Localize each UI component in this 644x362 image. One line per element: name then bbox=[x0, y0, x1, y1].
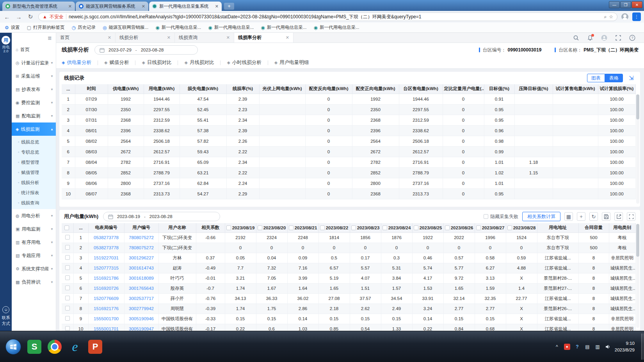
zoom-icon[interactable]: ⌕ bbox=[604, 14, 607, 20]
profile-avatar[interactable] bbox=[621, 13, 628, 20]
checkbox[interactable] bbox=[226, 225, 231, 230]
forward-button[interactable]: → bbox=[15, 14, 23, 20]
sidebar-item[interactable]: ▦配电监测▼ bbox=[12, 109, 56, 122]
tray-volume-icon[interactable] bbox=[605, 344, 611, 350]
search-icon[interactable] bbox=[573, 35, 579, 41]
start-button[interactable] bbox=[5, 339, 21, 355]
subtab-3[interactable]: ◈日线损对比 bbox=[142, 59, 171, 66]
submenu-item[interactable]: ▫线损总览 bbox=[12, 137, 56, 147]
row-checkbox[interactable] bbox=[65, 235, 70, 240]
refresh-icon[interactable]: ↻ bbox=[589, 212, 598, 221]
workspace-tab[interactable]: 首页✕ bbox=[56, 33, 116, 43]
table-view-button[interactable]: 表格 bbox=[605, 74, 623, 82]
id-link-cell[interactable]: 3002779942 bbox=[124, 303, 158, 314]
sidebar-item[interactable]: ▣用电监测▼ bbox=[12, 222, 56, 236]
tab-close-icon[interactable]: ✕ bbox=[215, 4, 219, 9]
id-link-cell[interactable]: 1516921776 bbox=[88, 303, 124, 314]
checkbox[interactable] bbox=[320, 225, 325, 230]
bookmark-item[interactable]: ◉新一代用电信息采... bbox=[208, 25, 254, 30]
bookmark-item[interactable]: ◷历史记录 bbox=[72, 25, 96, 30]
submenu-item[interactable]: ▫统计报表 bbox=[12, 188, 56, 198]
sidebar-item[interactable]: ◍用电分析▼ bbox=[12, 209, 56, 222]
taskbar-powerpoint-icon[interactable]: P bbox=[85, 335, 105, 359]
show-desktop-button[interactable] bbox=[641, 334, 644, 360]
checkbox[interactable] bbox=[507, 225, 512, 230]
id-link-cell[interactable]: 1519227031 bbox=[88, 253, 124, 263]
maximize-button[interactable]: ❐ bbox=[620, 1, 631, 8]
export-icon[interactable] bbox=[614, 212, 623, 221]
column-settings-icon[interactable]: ▦ bbox=[564, 212, 573, 221]
add-icon[interactable]: ＋ bbox=[577, 212, 585, 221]
checkbox[interactable] bbox=[414, 225, 418, 230]
checkbox[interactable] bbox=[289, 225, 294, 230]
star-icon[interactable]: ☆ bbox=[609, 14, 613, 20]
tab-close-icon[interactable]: ✕ bbox=[226, 35, 230, 40]
taskbar-ie-icon[interactable]: e bbox=[65, 335, 85, 359]
row-checkbox[interactable] bbox=[65, 265, 70, 270]
sidebar-item[interactable]: ◉费控监测▼ bbox=[12, 96, 56, 109]
table2-scrollbar[interactable] bbox=[636, 224, 639, 328]
id-link-cell[interactable]: 3001765643 bbox=[124, 283, 158, 293]
fullscreen-icon[interactable] bbox=[615, 35, 621, 41]
checkbox[interactable] bbox=[258, 225, 262, 230]
bell-icon[interactable] bbox=[587, 35, 593, 41]
sidebar-item[interactable]: ▤抄表发布▼ bbox=[12, 83, 56, 96]
tray-expand-icon[interactable]: ^ bbox=[554, 344, 560, 350]
submenu-item[interactable]: ▫赋值管理 bbox=[12, 167, 56, 177]
new-tab-button[interactable]: + bbox=[224, 3, 234, 10]
url-bar[interactable]: ▲ 不安全 neweic.js.sgcc.com.cn/#/llm/line/L… bbox=[38, 12, 617, 21]
id-link-cell[interactable]: 1520776609 bbox=[88, 293, 124, 303]
date-range-picker[interactable]: 2023-07-29 - 2023-08-28 bbox=[94, 45, 198, 55]
tab-close-icon[interactable]: ✕ bbox=[142, 4, 145, 9]
subtab-4[interactable]: ◈月线损对比 bbox=[184, 59, 214, 66]
tab-close-icon[interactable]: ✕ bbox=[286, 35, 289, 40]
id-link-cell[interactable]: 3001618089 bbox=[124, 273, 158, 283]
hide-failed-checkbox[interactable]: 隐藏采集失败 bbox=[484, 213, 518, 220]
checkbox[interactable] bbox=[445, 225, 450, 230]
submenu-item[interactable]: ▫专职总览 bbox=[12, 147, 56, 157]
subtab-1[interactable]: ◈供电量分析 bbox=[62, 59, 91, 66]
row-checkbox[interactable] bbox=[65, 255, 70, 260]
id-link-cell[interactable]: 3001614743 bbox=[124, 263, 158, 273]
checkbox[interactable] bbox=[382, 225, 387, 230]
id-link-cell[interactable]: 1516921786 bbox=[88, 273, 124, 283]
row-checkbox[interactable] bbox=[65, 245, 70, 250]
tab-close-icon[interactable]: ✕ bbox=[68, 4, 72, 9]
checkbox[interactable] bbox=[351, 225, 356, 230]
bookmark-item[interactable]: ▢打开新的标签页 bbox=[27, 25, 65, 30]
id-link-cell[interactable]: 7808075272 bbox=[124, 232, 158, 243]
help-icon[interactable]: ? bbox=[629, 35, 635, 41]
table1-scrollbar[interactable] bbox=[636, 94, 639, 204]
browser-tab[interactable]: 新一代用电信息采集系统✕ bbox=[149, 2, 222, 11]
id-link-cell[interactable]: 7808075272 bbox=[124, 243, 158, 253]
row-checkbox[interactable] bbox=[65, 275, 70, 280]
sidebar-item[interactable]: ▧专题应用▼ bbox=[12, 249, 56, 262]
chart-view-button[interactable]: 图表 bbox=[587, 74, 605, 82]
subtab-2[interactable]: ◈赋值分析 bbox=[104, 59, 129, 66]
fullscreen-icon[interactable] bbox=[627, 212, 635, 221]
back-button[interactable]: ← bbox=[3, 14, 11, 20]
row-checkbox[interactable] bbox=[65, 286, 70, 290]
submenu-item[interactable]: ▫模型管理 bbox=[12, 157, 56, 167]
workspace-tab[interactable]: 线损分析✕ bbox=[116, 33, 175, 43]
sidebar-item[interactable]: ◈线损监测▲ bbox=[12, 122, 56, 136]
browser-menu-icon[interactable]: ⋮ bbox=[632, 12, 641, 21]
row-checkbox[interactable] bbox=[65, 326, 70, 331]
user-avatar-icon[interactable] bbox=[601, 35, 607, 41]
id-link-cell[interactable]: 1520777315 bbox=[88, 263, 124, 273]
tab-close-icon[interactable]: ✕ bbox=[167, 35, 171, 40]
submenu-item[interactable]: ▫线损分析 bbox=[12, 177, 56, 188]
bookmark-item[interactable]: ◉新一代用电信息采... bbox=[155, 25, 201, 30]
browser-tab[interactable]: 能源互联网营销服务系统✕ bbox=[76, 2, 148, 11]
user-energy-date-picker[interactable]: 2023-08-19 - 2023-08-28 bbox=[103, 212, 220, 221]
id-link-cell[interactable]: 1516920726 bbox=[88, 283, 124, 293]
bookmark-item[interactable]: ◎能源互联网营销服... bbox=[103, 25, 148, 30]
contact-widget[interactable]: ☺ 联系 方式 bbox=[0, 306, 12, 327]
browser-tab[interactable]: 新型电力负荷管理系统✕ bbox=[2, 2, 75, 11]
tab-close-icon[interactable]: ✕ bbox=[108, 35, 111, 40]
export-icon[interactable]: ⇲ bbox=[627, 74, 635, 82]
tray-help-icon[interactable]: ? bbox=[574, 344, 580, 350]
id-link-cell[interactable]: 3002537717 bbox=[124, 293, 158, 303]
sidebar-collapse-icon[interactable]: ≣ bbox=[48, 35, 52, 41]
submenu-item[interactable]: ▫线损查询 bbox=[12, 198, 56, 208]
